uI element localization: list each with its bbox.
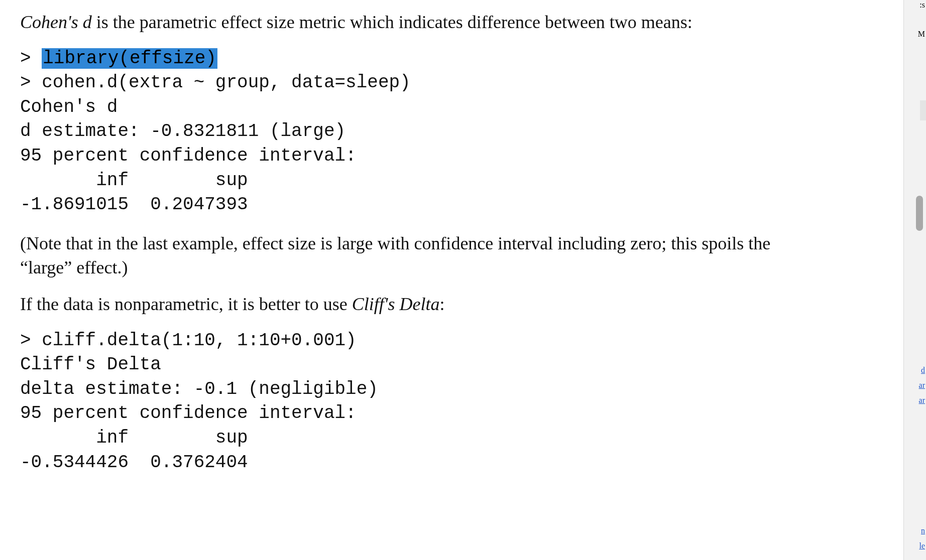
code-line: 95 percent confidence interval: <box>20 146 357 166</box>
cliff-lead: If the data is nonparametric, it is bett… <box>20 294 352 314</box>
minimap-text: :s <box>919 1 925 9</box>
code-block-cliff: > cliff.delta(1:10, 1:10+0.001) Cliff's … <box>20 329 783 475</box>
code-line: inf sup <box>20 170 259 191</box>
term-cohens-d: Cohen's d <box>20 12 92 32</box>
minimap-text: M <box>918 30 925 38</box>
code-line: d estimate: -0.8321811 (large) <box>20 121 345 142</box>
highlighted-code[interactable]: library(effsize) <box>42 48 217 69</box>
code-line: Cliff's Delta <box>20 354 161 375</box>
minimap-link: ar <box>919 381 925 389</box>
term-cliffs-delta: Cliff's Delta <box>352 294 440 314</box>
prompt: > <box>20 48 42 69</box>
code-line: > cohen.d(extra ~ group, data=sleep) <box>20 72 411 93</box>
cliff-paragraph: If the data is nonparametric, it is bett… <box>20 292 783 317</box>
cliff-tail: : <box>440 294 445 314</box>
intro-paragraph: Cohen's d is the parametric effect size … <box>20 10 783 35</box>
code-line: inf sup <box>20 428 259 448</box>
minimap-link: le <box>919 542 925 550</box>
note-paragraph: (Note that in the last example, effect s… <box>20 231 783 280</box>
document-page: Cohen's d is the parametric effect size … <box>0 0 803 509</box>
scrollbar-thumb[interactable] <box>916 196 923 231</box>
code-block-cohen: > library(effsize) > cohen.d(extra ~ gro… <box>20 47 783 217</box>
minimap-link: n <box>921 527 925 535</box>
code-line: > cliff.delta(1:10, 1:10+0.001) <box>20 330 357 351</box>
code-line: delta estimate: -0.1 (negligible) <box>20 379 378 399</box>
minimap-link: d <box>921 366 925 374</box>
minimap-gutter[interactable]: :s M d ar ar n le <box>903 0 926 560</box>
code-line: Cohen's d <box>20 97 118 117</box>
code-line: -0.5344426 0.3762404 <box>20 452 248 473</box>
code-line: 95 percent confidence interval: <box>20 403 357 424</box>
minimap-link: ar <box>919 396 925 404</box>
intro-text: is the parametric effect size metric whi… <box>92 12 692 32</box>
code-line: -1.8691015 0.2047393 <box>20 194 248 215</box>
minimap-region <box>920 100 926 120</box>
